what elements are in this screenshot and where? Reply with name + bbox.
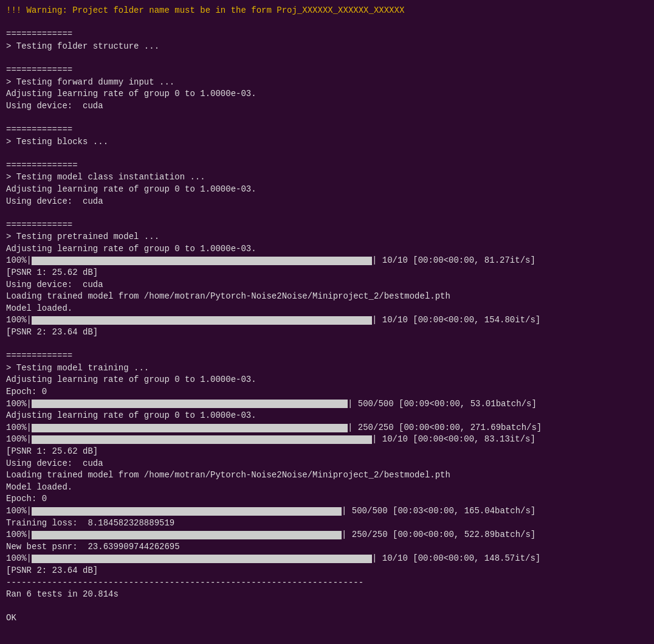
dash-line: ----------------------------------------…: [6, 577, 648, 589]
training-loss: Training loss: 8.184582328889519: [6, 518, 648, 530]
lr4: Adjusting learning rate of group 0 to 1.…: [6, 374, 648, 386]
progress6-bar: [32, 507, 342, 516]
psnr1: [PSNR 1: 25.62 dB]: [6, 267, 648, 279]
blank3: [6, 112, 648, 124]
ok-line: OK: [6, 612, 648, 625]
device1: Using device: cuda: [6, 100, 648, 113]
terminal-output: !!! Warning: Project folder name must be…: [6, 5, 648, 625]
blank4: [6, 148, 648, 160]
progress6-suffix: | 500/500 [00:03<00:00, 165.04batch/s]: [342, 505, 535, 518]
progress8-bar: [32, 555, 372, 563]
progress2: 100%|| 10/10 [00:00<00:00, 154.80it/s]: [6, 314, 648, 327]
progress5: 100%|| 10/10 [00:00<00:00, 83.13it/s]: [6, 434, 648, 446]
progress7-suffix: | 250/250 [00:00<00:00, 522.89batch/s]: [342, 529, 535, 541]
progress5-bar: [32, 435, 372, 444]
progress1-suffix: | 10/10 [00:00<00:00, 81.27it/s]: [372, 255, 535, 267]
blank7: [6, 601, 648, 613]
section4: > Testing model class instantiation ...: [6, 171, 648, 184]
psnr4: [PSNR 2: 23.64 dB]: [6, 565, 648, 577]
lr3: Adjusting learning rate of group 0 to 1.…: [6, 243, 648, 255]
lr5: Adjusting learning rate of group 0 to 1.…: [6, 410, 648, 422]
blank6: [6, 339, 648, 351]
progress1-bar: [32, 257, 372, 265]
loading1: Loading trained model from /home/motran/…: [6, 291, 648, 303]
progress7-bar: [32, 531, 342, 539]
blank5: [6, 207, 648, 220]
epoch0b: Epoch: 0: [6, 493, 648, 505]
progress8: 100%|| 10/10 [00:00<00:00, 148.57it/s]: [6, 553, 648, 565]
section1: > Testing folder structure ...: [6, 41, 648, 53]
blank2: [6, 52, 648, 64]
progress1-prefix: 100%|: [6, 255, 32, 267]
progress3-suffix: | 500/500 [00:09<00:00, 53.01batch/s]: [348, 398, 537, 410]
section3: > Testing blocks ...: [6, 136, 648, 148]
sep2: =============: [6, 64, 648, 77]
psnr2: [PSNR 2: 23.64 dB]: [6, 327, 648, 339]
device3: Using device: cuda: [6, 279, 648, 291]
lr1: Adjusting learning rate of group 0 to 1.…: [6, 88, 648, 100]
model-loaded1: Model loaded.: [6, 303, 648, 315]
progress2-prefix: 100%|: [6, 314, 32, 327]
progress3-bar: [32, 400, 348, 408]
progress1: 100%|| 10/10 [00:00<00:00, 81.27it/s]: [6, 255, 648, 267]
model-loaded2: Model loaded.: [6, 482, 648, 494]
progress4: 100%|| 250/250 [00:00<00:00, 271.69batch…: [6, 422, 648, 434]
progress2-bar: [32, 316, 372, 325]
progress8-suffix: | 10/10 [00:00<00:00, 148.57it/s]: [372, 553, 540, 565]
progress6: 100%|| 500/500 [00:03<00:00, 165.04batch…: [6, 505, 648, 518]
lr2: Adjusting learning rate of group 0 to 1.…: [6, 184, 648, 196]
sep4: ==============: [6, 160, 648, 172]
section6: > Testing model training ...: [6, 362, 648, 375]
progress6-prefix: 100%|: [6, 505, 32, 518]
ran-tests: Ran 6 tests in 20.814s: [6, 589, 648, 601]
device2: Using device: cuda: [6, 196, 648, 208]
blank1: [6, 17, 648, 29]
progress4-suffix: | 250/250 [00:00<00:00, 271.69batch/s]: [348, 422, 542, 434]
sep1: =============: [6, 29, 648, 41]
device4: Using device: cuda: [6, 458, 648, 470]
loading2: Loading trained model from /home/motran/…: [6, 469, 648, 482]
progress3-prefix: 100%|: [6, 398, 32, 410]
section2: > Testing forward dummy input ...: [6, 77, 648, 89]
progress7-prefix: 100%|: [6, 529, 32, 541]
psnr3: [PSNR 1: 25.62 dB]: [6, 446, 648, 458]
progress8-prefix: 100%|: [6, 553, 32, 565]
progress2-suffix: | 10/10 [00:00<00:00, 154.80it/s]: [372, 314, 540, 327]
progress5-suffix: | 10/10 [00:00<00:00, 83.13it/s]: [372, 434, 535, 446]
sep5: =============: [6, 220, 648, 232]
new-best-psnr: New best psnr: 23.639909744262695: [6, 541, 648, 553]
sep6: =============: [6, 350, 648, 362]
progress4-bar: [32, 424, 348, 432]
sep3: =============: [6, 124, 648, 136]
section5: > Testing pretrained model ...: [6, 231, 648, 243]
progress3: 100%|| 500/500 [00:09<00:00, 53.01batch/…: [6, 398, 648, 410]
progress7: 100%|| 250/250 [00:00<00:00, 522.89batch…: [6, 529, 648, 541]
epoch0a: Epoch: 0: [6, 386, 648, 398]
warning-line: !!! Warning: Project folder name must be…: [6, 5, 648, 17]
progress4-prefix: 100%|: [6, 422, 32, 434]
progress5-prefix: 100%|: [6, 434, 32, 446]
